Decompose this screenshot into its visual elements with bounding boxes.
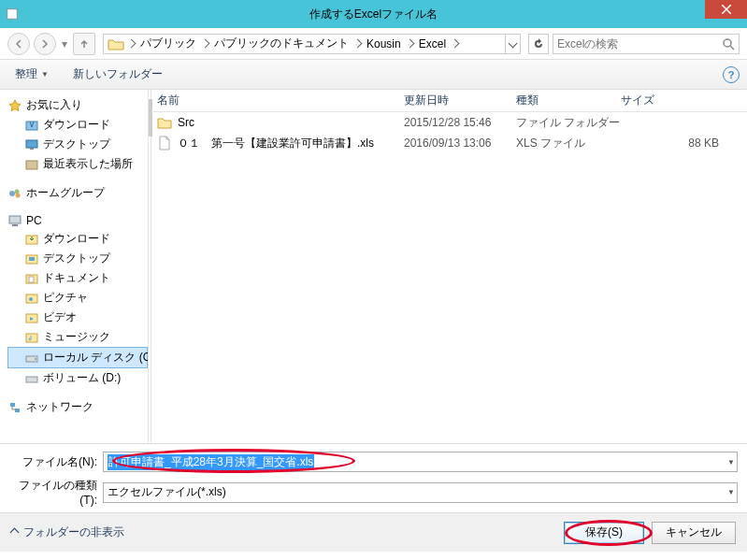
up-button[interactable] [73, 33, 95, 55]
arrow-up-icon [79, 39, 89, 49]
sidebar-network[interactable]: ネットワーク [7, 397, 148, 417]
folder-icon [24, 233, 39, 246]
drive-icon [24, 352, 39, 365]
file-row[interactable]: Src 2015/12/28 15:46 ファイル フォルダー [151, 112, 747, 133]
homegroup-icon [7, 187, 22, 200]
dialog-body: お気に入り ダウンロード デスクトップ 最近表示した場所 ホームグループ PC … [0, 90, 747, 443]
chevron-right-icon [405, 38, 415, 49]
file-list-panel: 名前 更新日時 種類 サイズ Src 2015/12/28 15:46 ファイル… [151, 90, 747, 443]
sidebar-label: ネットワーク [26, 399, 93, 415]
breadcrumb-item[interactable]: Excel [415, 37, 450, 50]
chevron-right-icon [200, 38, 210, 49]
cancel-button[interactable]: キャンセル [652, 522, 736, 544]
sidebar-favorites[interactable]: お気に入り [7, 95, 148, 115]
svg-point-3 [724, 39, 731, 47]
arrow-left-icon [14, 39, 23, 49]
col-type[interactable]: 種類 [510, 93, 615, 108]
filename-label: ファイル名(N): [9, 454, 103, 470]
file-date: 2016/09/13 13:06 [404, 136, 516, 150]
app-icon [0, 0, 24, 28]
svg-line-4 [730, 46, 734, 50]
toolbar: 整理 ▼ 新しいフォルダー ? [0, 60, 747, 90]
sidebar-item-label: デスクトップ [43, 136, 110, 152]
search-input[interactable] [557, 37, 722, 50]
nav-bar: ▾ パブリック パブリックのドキュメント Kousin Excel [0, 28, 747, 60]
sidebar-item-music[interactable]: ミュージック [7, 327, 148, 347]
sidebar-item-label: ダウンロード [43, 231, 110, 247]
file-type: ファイル フォルダー [516, 115, 621, 131]
svg-rect-22 [26, 334, 37, 342]
breadcrumb[interactable]: パブリック パブリックのドキュメント Kousin Excel [103, 34, 521, 54]
folder-icon [24, 272, 39, 285]
organize-button[interactable]: 整理 ▼ [7, 64, 58, 85]
breadcrumb-item[interactable]: Kousin [363, 37, 405, 50]
recent-icon [24, 158, 39, 171]
filetype-select[interactable]: エクセルファイル(*.xls) ▼ [103, 482, 738, 503]
folder-icon [108, 36, 124, 51]
nav-history-drop[interactable]: ▾ [60, 37, 69, 50]
file-date: 2015/12/28 15:46 [404, 116, 516, 129]
sidebar-homegroup[interactable]: ホームグループ [7, 183, 148, 203]
title-bar: 作成するExcelファイル名 [0, 0, 747, 28]
sidebar-item-label: ボリューム (D:) [43, 370, 121, 386]
svg-point-24 [35, 358, 36, 360]
filename-row: ファイル名(N): 許可申請書_平成28年3月決算_国交省.xls ▼ [9, 452, 738, 472]
breadcrumb-dropdown[interactable] [505, 35, 520, 53]
cancel-label: キャンセル [666, 524, 722, 540]
sidebar-item-volume-d[interactable]: ボリューム (D:) [7, 368, 148, 388]
file-type: XLS ファイル [516, 136, 621, 151]
close-button[interactable] [705, 0, 747, 19]
sidebar-item-videos[interactable]: ビデオ [7, 308, 148, 327]
filename-value: 許可申請書_平成28年3月決算_国交省.xls [108, 454, 314, 470]
sidebar-item-pictures[interactable]: ピクチャ [7, 288, 148, 308]
sidebar-item-documents[interactable]: ドキュメント [7, 268, 148, 288]
file-row[interactable]: ０１ 第一号【建設業許可申請書】.xls 2016/09/13 13:06 XL… [151, 133, 747, 153]
filetype-label: ファイルの種類(T): [9, 478, 103, 507]
sidebar-item-label: 最近表示した場所 [43, 156, 133, 172]
sidebar-item-downloads[interactable]: ダウンロード [7, 229, 148, 249]
chevron-up-icon [10, 528, 20, 538]
breadcrumb-item[interactable]: パブリックのドキュメント [210, 36, 352, 51]
chevron-down-icon[interactable]: ▼ [727, 458, 735, 467]
arrow-right-icon [40, 39, 50, 49]
filename-input[interactable]: 許可申請書_平成28年3月決算_国交省.xls ▼ [103, 452, 738, 472]
save-button[interactable]: 保存(S) [564, 522, 644, 544]
sidebar-item-label: ダウンロード [43, 117, 110, 133]
search-icon [722, 37, 735, 50]
help-button[interactable]: ? [723, 66, 740, 83]
sidebar-item-label: ビデオ [43, 309, 77, 325]
sidebar-item-desktop[interactable]: デスクトップ [7, 135, 148, 154]
sidebar-item-label: ミュージック [43, 329, 110, 345]
col-size[interactable]: サイズ [615, 93, 747, 108]
file-name: Src [178, 116, 404, 129]
chevron-down-icon: ▼ [41, 70, 49, 79]
help-icon: ? [728, 69, 735, 80]
sidebar-item-downloads[interactable]: ダウンロード [7, 115, 148, 135]
file-name: ０１ 第一号【建設業許可申請書】.xls [178, 136, 404, 151]
sidebar-label: お気に入り [26, 97, 82, 113]
sidebar-pc[interactable]: PC [7, 212, 148, 229]
forward-button[interactable] [34, 33, 56, 55]
svg-rect-12 [9, 216, 21, 223]
folder-icon [24, 119, 39, 132]
svg-rect-26 [10, 403, 15, 407]
chevron-down-icon[interactable]: ▼ [727, 488, 735, 496]
breadcrumb-item[interactable]: パブリック [136, 36, 200, 51]
sidebar-item-desktop[interactable]: デスクトップ [7, 249, 148, 268]
network-icon [7, 401, 22, 414]
sidebar-item-local-disk[interactable]: ローカル ディスク (C [7, 347, 148, 368]
sidebar: お気に入り ダウンロード デスクトップ 最近表示した場所 ホームグループ PC … [0, 90, 148, 443]
new-folder-button[interactable]: 新しいフォルダー [65, 64, 172, 85]
col-name[interactable]: 名前 [151, 93, 398, 108]
star-icon [7, 99, 22, 112]
chevron-right-icon [450, 38, 460, 49]
search-box[interactable] [553, 34, 740, 54]
back-button[interactable] [7, 33, 30, 55]
sidebar-item-label: デスクトップ [43, 251, 110, 266]
hide-folders-button[interactable]: フォルダーの非表示 [11, 524, 124, 540]
pc-icon [7, 214, 22, 227]
filetype-row: ファイルの種類(T): エクセルファイル(*.xls) ▼ [9, 478, 738, 507]
sidebar-item-recent[interactable]: 最近表示した場所 [7, 154, 148, 174]
col-date[interactable]: 更新日時 [398, 93, 510, 108]
refresh-button[interactable] [528, 34, 549, 54]
